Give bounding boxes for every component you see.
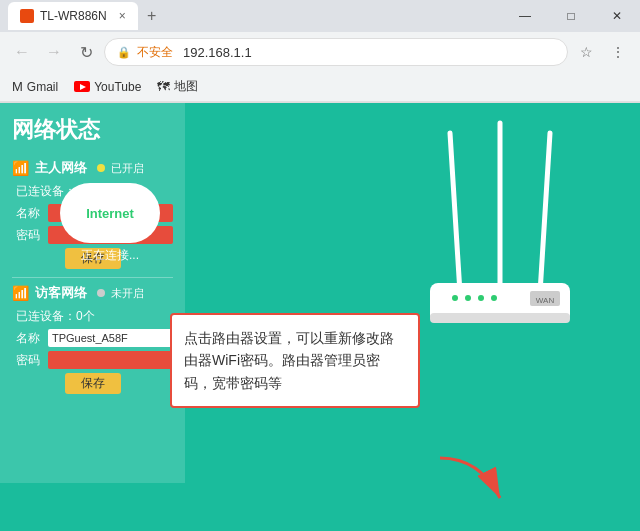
maximize-button[interactable]: □ <box>548 0 594 32</box>
bookmark-gmail-label: Gmail <box>27 80 58 94</box>
tab-close-button[interactable]: × <box>119 9 126 23</box>
svg-line-0 <box>450 133 460 293</box>
main-network-label: 主人网络 <box>35 159 87 177</box>
sidebar: 网络状态 📶 主人网络 已开启 已连设备：2个 名称 密码 保存 <box>0 103 185 483</box>
page-content: 网络状态 📶 主人网络 已开启 已连设备：2个 名称 密码 保存 <box>0 103 640 531</box>
bookmark-gmail[interactable]: M Gmail <box>8 77 62 96</box>
guest-network-status: 未开启 <box>111 286 144 301</box>
extensions-button[interactable]: ⋮ <box>604 38 632 66</box>
network-divider <box>12 277 173 278</box>
guest-network-label: 访客网络 <box>35 284 87 302</box>
svg-rect-4 <box>430 313 570 323</box>
wifi-icon-guest: 📶 <box>12 285 29 301</box>
bookmark-star-button[interactable]: ☆ <box>572 38 600 66</box>
guest-name-value[interactable]: TPGuest_A58F <box>48 329 173 347</box>
bookmark-youtube[interactable]: YouTube <box>70 78 145 96</box>
window-controls: — □ ✕ <box>502 0 640 32</box>
main-pwd-label: 密码 <box>16 227 44 244</box>
bookmark-youtube-label: YouTube <box>94 80 141 94</box>
guest-network-section: 📶 访客网络 未开启 已连设备：0个 名称 TPGuest_A58F 密码 保存 <box>12 284 173 394</box>
page-title: 网络状态 <box>12 115 173 145</box>
guest-pwd-label: 密码 <box>16 352 44 369</box>
guest-network-status-dot <box>97 289 105 297</box>
main-name-label: 名称 <box>16 205 44 222</box>
address-bar: ← → ↻ 🔒 不安全 192.168.1.1 ☆ ⋮ <box>0 32 640 72</box>
new-tab-button[interactable]: + <box>138 2 166 30</box>
main-network-status: 已开启 <box>111 161 144 176</box>
tooltip-box: 点击路由器设置，可以重新修改路由器WiFi密码。路由器管理员密码，宽带密码等 <box>170 313 420 408</box>
maps-icon: 🗺 <box>157 79 170 94</box>
guest-network-name-row: 名称 TPGuest_A58F <box>12 329 173 347</box>
arrow-indicator <box>430 448 510 512</box>
security-label: 不安全 <box>137 44 173 61</box>
security-icon: 🔒 <box>117 46 131 59</box>
wifi-icon-main: 📶 <box>12 160 29 176</box>
address-input[interactable]: 🔒 不安全 192.168.1.1 <box>104 38 568 66</box>
main-network-header: 📶 主人网络 已开启 <box>12 159 173 177</box>
cloud-shape: Internet <box>60 183 160 243</box>
guest-pwd-input[interactable] <box>48 351 173 369</box>
guest-network-connected: 已连设备：0个 <box>12 308 173 325</box>
gmail-icon: M <box>12 79 23 94</box>
main-network-status-dot <box>97 164 105 172</box>
internet-cloud: Internet 正在连接... <box>60 183 160 264</box>
svg-text:WAN: WAN <box>536 296 555 305</box>
svg-line-2 <box>540 133 550 293</box>
forward-button[interactable]: → <box>40 38 68 66</box>
tooltip-text: 点击路由器设置，可以重新修改路由器WiFi密码。路由器管理员密码，宽带密码等 <box>184 330 394 391</box>
youtube-icon <box>74 81 90 92</box>
tab-favicon <box>20 9 34 23</box>
url-text: 192.168.1.1 <box>183 45 252 60</box>
close-button[interactable]: ✕ <box>594 0 640 32</box>
back-button[interactable]: ← <box>8 38 36 66</box>
guest-network-pwd-row: 密码 <box>12 351 173 369</box>
bookmark-maps-label: 地图 <box>174 78 198 95</box>
connecting-label: 正在连接... <box>60 247 160 264</box>
svg-point-5 <box>452 295 458 301</box>
router-image: WAN <box>400 113 600 333</box>
svg-point-8 <box>491 295 497 301</box>
guest-network-header: 📶 访客网络 未开启 <box>12 284 173 302</box>
title-bar: TL-WR886N × + — □ ✕ <box>0 0 640 32</box>
guest-save-button[interactable]: 保存 <box>65 373 121 394</box>
svg-point-6 <box>465 295 471 301</box>
tab-title: TL-WR886N <box>40 9 107 23</box>
minimize-button[interactable]: — <box>502 0 548 32</box>
active-tab[interactable]: TL-WR886N × <box>8 2 138 30</box>
bookmark-maps[interactable]: 🗺 地图 <box>153 76 202 97</box>
internet-label: Internet <box>86 206 134 221</box>
reload-button[interactable]: ↻ <box>72 38 100 66</box>
svg-point-7 <box>478 295 484 301</box>
guest-name-label: 名称 <box>16 330 44 347</box>
bookmarks-bar: M Gmail YouTube 🗺 地图 <box>0 72 640 102</box>
